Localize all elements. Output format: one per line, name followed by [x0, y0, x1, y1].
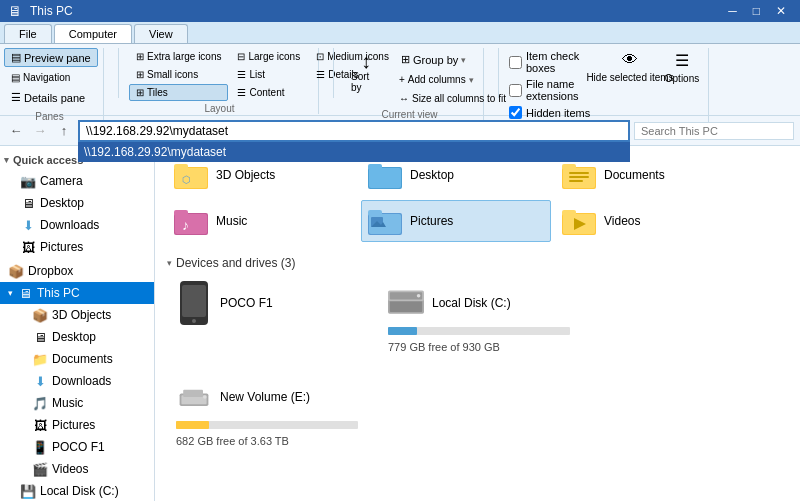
- sidebar-item-this-pc[interactable]: ▾ 🖥 This PC: [0, 282, 154, 304]
- drive-poco-f1[interactable]: POCO F1: [167, 278, 367, 360]
- drive-new-volume[interactable]: New Volume (E:) 682 GB free of 3.63 TB: [167, 372, 367, 454]
- folder-videos[interactable]: Videos: [555, 200, 745, 242]
- sidebar-item-poco-f1[interactable]: 📱 POCO F1: [0, 436, 154, 458]
- desktop-label: Desktop: [52, 330, 96, 344]
- sidebar-item-camera[interactable]: 📷 Camera: [0, 170, 154, 192]
- downloads-label: Downloads: [52, 374, 111, 388]
- drive-local-disk[interactable]: Local Disk (C:) 779 GB free of 930 GB: [379, 278, 579, 360]
- tab-file[interactable]: File: [4, 24, 52, 43]
- downloads-qa-icon: ⬇: [20, 217, 36, 233]
- desktop-qa-icon: 🖥: [20, 195, 36, 211]
- group-by-btn[interactable]: ⊞ Group by ▾: [392, 50, 513, 69]
- sidebar-item-pictures[interactable]: 🖼 Pictures: [0, 414, 154, 436]
- address-input[interactable]: [78, 120, 630, 142]
- address-dropdown[interactable]: \\192.168.29.92\mydataset: [78, 142, 630, 162]
- folder-pictures[interactable]: Pictures: [361, 200, 551, 242]
- details-pane-btn[interactable]: ☰ Details pane: [4, 88, 92, 107]
- folder-videos-label: Videos: [604, 214, 640, 228]
- folder-pictures-label: Pictures: [410, 214, 453, 228]
- file-name-ext-toggle[interactable]: File name extensions: [509, 78, 596, 102]
- add-columns-btn[interactable]: + Add columns ▾: [392, 71, 513, 88]
- size-icon: ↔: [399, 93, 409, 104]
- videos-label: Videos: [52, 462, 88, 476]
- sidebar-item-music[interactable]: 🎵 Music: [0, 392, 154, 414]
- small-icons-btn[interactable]: ⊞ Small icons: [129, 66, 228, 83]
- list-icon: ☰: [237, 69, 246, 80]
- folder-desktop-label: Desktop: [410, 168, 454, 182]
- tab-bar: File Computer View: [0, 22, 800, 44]
- large-icons-btn[interactable]: ⊟ Large icons: [230, 48, 307, 65]
- tiles-btn[interactable]: ⊞ Tiles: [129, 84, 228, 101]
- pictures-qa-icon: 🖼: [20, 239, 36, 255]
- dropbox-icon: 📦: [8, 263, 24, 279]
- local-disk-icon: 💾: [20, 483, 36, 499]
- devices-grid: POCO F1 Local: [167, 278, 788, 454]
- size-columns-btn[interactable]: ↔ Size all columns to fit: [392, 90, 513, 107]
- quick-access-label: Quick access: [13, 154, 83, 166]
- drive-e-name: New Volume (E:): [220, 390, 310, 404]
- back-btn[interactable]: ←: [6, 121, 26, 141]
- lg-icon: ⊟: [237, 51, 245, 62]
- details-icon: ☰: [11, 91, 21, 104]
- address-input-wrapper: \\192.168.29.92\mydataset: [78, 120, 630, 142]
- sidebar-item-downloads-qa[interactable]: ⬇ Downloads: [0, 214, 154, 236]
- 3d-label: 3D Objects: [52, 308, 111, 322]
- sidebar-item-desktop[interactable]: 🖥 Desktop: [0, 326, 154, 348]
- quick-access-chevron: ▾: [4, 155, 9, 165]
- pictures-label: Pictures: [52, 418, 95, 432]
- sidebar-item-documents[interactable]: 📁 Documents: [0, 348, 154, 370]
- downloads-icon: ⬇: [32, 373, 48, 389]
- maximize-btn[interactable]: □: [747, 4, 766, 18]
- sidebar-item-dropbox[interactable]: 📦 Dropbox: [0, 260, 154, 282]
- forward-btn[interactable]: →: [30, 121, 50, 141]
- quick-access-section: ▾ Quick access 📷 Camera 🖥 Desktop ⬇ Down…: [0, 150, 154, 258]
- poco-drive-name: POCO F1: [220, 296, 273, 310]
- local-disk-drive-icon: [388, 285, 424, 321]
- content-btn[interactable]: ☰ Content: [230, 84, 307, 101]
- ribbon-group-current-view: ↕ Sort by ⊞ Group by ▾ + Add columns ▾: [344, 48, 484, 120]
- sep2: [333, 48, 334, 98]
- search-input[interactable]: [634, 122, 794, 140]
- folder-icon-music: ♪: [174, 205, 210, 237]
- devices-chevron: ▾: [167, 258, 172, 268]
- hidden-items-toggle[interactable]: Hidden items: [509, 106, 596, 119]
- sort-by-btn[interactable]: ↕ Sort by: [344, 48, 388, 96]
- options-btn[interactable]: ☰ Options: [664, 48, 700, 87]
- up-btn[interactable]: ↑: [54, 121, 74, 141]
- hidden-items-checkbox[interactable]: [509, 106, 522, 119]
- item-check-boxes-checkbox[interactable]: [509, 56, 522, 69]
- item-check-boxes-toggle[interactable]: Item check boxes: [509, 50, 596, 74]
- svg-rect-15: [175, 214, 207, 234]
- folder-3d-label: 3D Objects: [216, 168, 275, 182]
- drive-c-name: Local Disk (C:): [432, 296, 511, 310]
- file-name-ext-checkbox[interactable]: [509, 84, 522, 97]
- list-btn[interactable]: ☰ List: [230, 66, 307, 83]
- main-layout: ▾ Quick access 📷 Camera 🖥 Desktop ⬇ Down…: [0, 146, 800, 501]
- documents-icon: 📁: [32, 351, 48, 367]
- sidebar-item-videos[interactable]: 🎬 Videos: [0, 458, 154, 480]
- sidebar-item-pictures-qa[interactable]: 🖼 Pictures: [0, 236, 154, 258]
- desktop-qa-label: Desktop: [40, 196, 84, 210]
- title-bar: 🖥 This PC ─ □ ✕: [0, 0, 800, 22]
- sidebar-item-3d-objects[interactable]: 📦 3D Objects: [0, 304, 154, 326]
- camera-label: Camera: [40, 174, 83, 188]
- options-icon: ☰: [675, 51, 689, 70]
- extra-large-btn[interactable]: ⊞ Extra large icons: [129, 48, 228, 65]
- downloads-qa-label: Downloads: [40, 218, 99, 232]
- camera-icon: 📷: [20, 173, 36, 189]
- minimize-btn[interactable]: ─: [722, 4, 743, 18]
- preview-pane-btn[interactable]: ▤ Preview pane: [4, 48, 98, 67]
- tab-computer[interactable]: Computer: [54, 24, 132, 43]
- tab-view[interactable]: View: [134, 24, 188, 43]
- addcol-chevron: ▾: [469, 75, 474, 85]
- sort-icon: ↕: [361, 51, 371, 71]
- folder-music[interactable]: ♪ Music: [167, 200, 357, 242]
- devices-section-title: ▾ Devices and drives (3): [167, 256, 788, 270]
- sidebar-item-local-disk[interactable]: 💾 Local Disk (C:): [0, 480, 154, 501]
- sidebar-item-desktop-qa[interactable]: 🖥 Desktop: [0, 192, 154, 214]
- close-btn[interactable]: ✕: [770, 4, 792, 18]
- hide-selected-btn[interactable]: 👁 Hide selected items: [604, 48, 656, 86]
- navigation-pane-btn[interactable]: ▤ Navigation: [4, 69, 77, 86]
- sidebar-item-downloads[interactable]: ⬇ Downloads: [0, 370, 154, 392]
- videos-icon: 🎬: [32, 461, 48, 477]
